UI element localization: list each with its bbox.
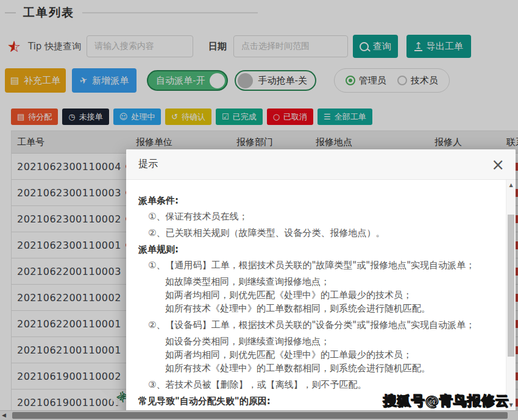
dialog-scrollbar[interactable]: ▲ ▼ — [506, 180, 516, 420]
tip-dialog: 提示 × 派单条件:①、保证有技术员在线；②、已关联相关规则（故障类型、设备分类… — [126, 149, 516, 420]
watermark: 搜狐号@青鸟报修云 — [383, 392, 509, 410]
close-icon[interactable]: × — [491, 158, 505, 171]
rule-line: ③、若技术员被【删除】，或【离线】，则不予匹配。 — [138, 379, 485, 391]
scroll-left-icon[interactable]: ◀ — [2, 412, 6, 418]
scrollbar-thumb[interactable] — [508, 215, 514, 357]
rule-line: ①、【通用码】工单，根据技术员关联的"故障类型"或"报修地点"实现自动派单； — [138, 259, 485, 272]
scroll-up-icon[interactable]: ▲ — [506, 182, 516, 188]
horizontal-scrollbar[interactable]: ◀ — [0, 410, 518, 420]
rule-line: 如设备分类相同，则继续查询报修地点； — [138, 335, 485, 348]
modal-content: 派单条件:①、保证有技术员在线；②、已关联相关规则（故障类型、设备分类、报修地点… — [126, 180, 516, 408]
dialog-header: 提示 × — [126, 149, 516, 180]
rule-line: 如两者均相同，则优先匹配《处理中》的工单最少的技术员； — [138, 289, 485, 302]
horizontal-scrollbar-thumb[interactable] — [12, 412, 508, 419]
rule-heading: 派单规则: — [138, 243, 485, 256]
rule-line: ②、【设备码】工单，根据技术员关联的"设备分类"或"报修地点"实现自动派单； — [138, 319, 485, 332]
rule-line: 如所有技术《处理中》的工单数都相同，则系统会进行随机匹配。 — [138, 362, 485, 375]
rule-line: 如所有技术《处理中》的工单数都相同，则系统会进行随机匹配。 — [138, 302, 485, 315]
rule-line: ②、已关联相关规则（故障类型、设备分类、报修地点）。 — [138, 227, 485, 240]
rule-line: 如两者均相同，则优先匹配《处理中》的工单最少的技术员； — [138, 349, 485, 361]
rule-line: 如故障类型相同，则继续查询报修地点； — [138, 276, 485, 288]
rule-heading: 派单条件: — [138, 194, 485, 207]
app-window: 工单列表 ☆ ★ Tip 快捷查询 请输入搜索内容 日期 点击选择时间范围 查询… — [0, 0, 518, 420]
rule-line: ①、保证有技术员在线； — [138, 210, 485, 223]
dialog-title: 提示 — [138, 158, 158, 171]
